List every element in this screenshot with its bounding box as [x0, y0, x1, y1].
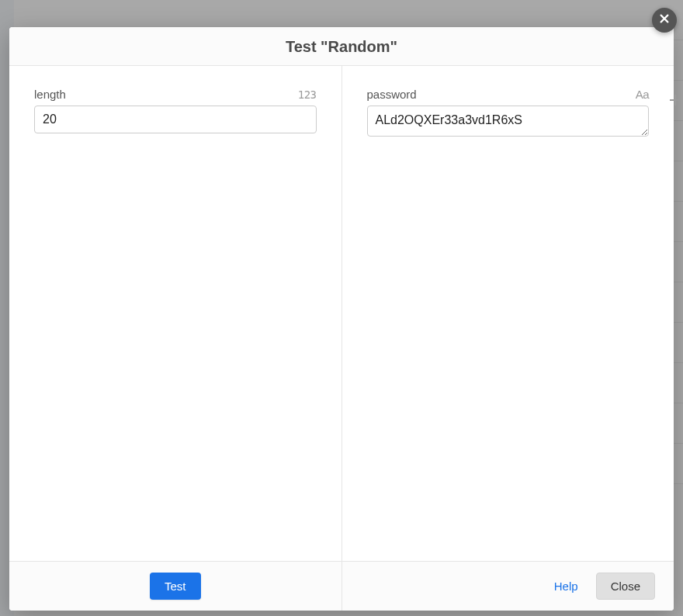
dialog-close-button[interactable]: [652, 8, 677, 33]
plus-icon[interactable]: [667, 92, 683, 109]
dialog-title: Test "Random": [9, 27, 674, 66]
field-length: length 123: [34, 88, 317, 133]
dialog-footer: Test Help Close: [9, 561, 674, 611]
test-dialog: Test "Random" length 123 password Aa: [9, 27, 674, 611]
password-type-hint: Aa: [636, 88, 649, 101]
password-label: password: [367, 88, 417, 101]
length-label: length: [34, 88, 66, 101]
output-panel: password Aa: [342, 66, 674, 561]
password-output[interactable]: [367, 106, 650, 137]
field-password: password Aa: [367, 88, 650, 140]
footer-left: Test: [9, 562, 342, 611]
test-button[interactable]: Test: [150, 573, 201, 600]
input-panel: length 123: [9, 66, 342, 561]
dialog-body: length 123 password Aa: [9, 66, 674, 561]
close-button[interactable]: Close: [596, 573, 655, 600]
svg-rect-1: [670, 99, 681, 101]
length-type-hint: 123: [298, 88, 317, 101]
length-input[interactable]: [34, 106, 317, 133]
help-button[interactable]: Help: [549, 573, 584, 600]
footer-right: Help Close: [342, 562, 674, 611]
close-icon: [659, 13, 670, 27]
